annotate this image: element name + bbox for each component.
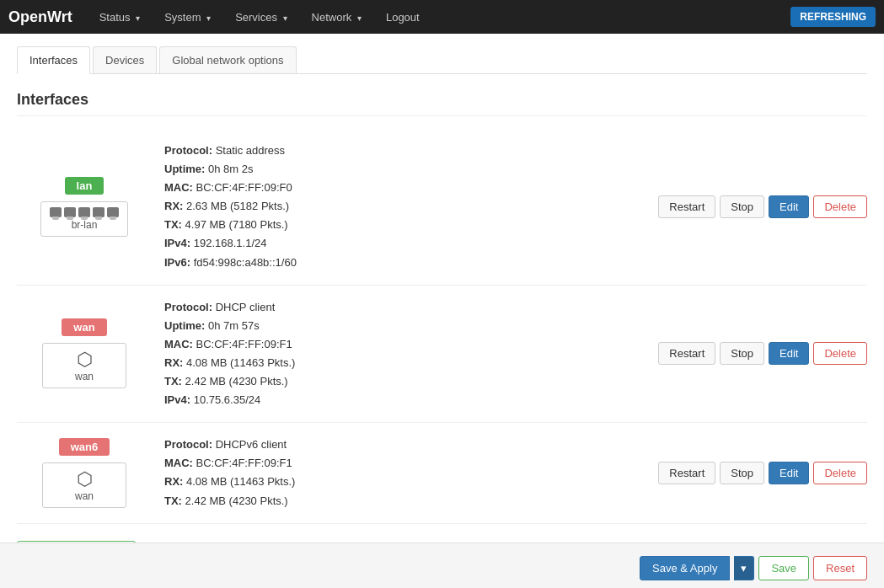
delete-button-wan6[interactable]: Delete	[813, 462, 867, 484]
footer-actions: Save & Apply ▾ Save Reset	[0, 543, 884, 588]
port-icons-lan	[50, 207, 119, 217]
interface-sublabel-wan: wan	[75, 371, 94, 382]
tx-wan: TX: 2.42 MB (4230 Pkts.)	[164, 372, 646, 391]
restart-button-wan[interactable]: Restart	[658, 342, 715, 365]
port-icon-4	[93, 207, 104, 217]
tab-interfaces[interactable]: Interfaces	[17, 46, 90, 74]
wan-network-icon: ⬡	[77, 349, 93, 371]
wan6-network-icon: ⬡	[77, 468, 93, 490]
caret-icon: ▾	[283, 13, 287, 23]
tx-wan6: TX: 2.42 MB (4230 Pkts.)	[164, 492, 646, 510]
interface-info-lan: Protocol: Static address Uptime: 0h 8m 2…	[164, 142, 646, 272]
nav-item-status: Status ▾	[89, 3, 150, 32]
nav-link-status[interactable]: Status ▾	[89, 3, 150, 32]
tab-devices[interactable]: Devices	[93, 46, 157, 73]
interface-card-wan: wan ⬡ wan	[17, 318, 152, 388]
nav-menu: Status ▾ System ▾ Services ▾ Network ▾ L	[89, 3, 791, 32]
interface-row-wan6: wan6 ⬡ wan Protocol: DHCPv6 client MAC: …	[17, 423, 867, 523]
nav-link-services[interactable]: Services ▾	[225, 3, 297, 32]
port-icon-1	[50, 207, 62, 217]
rx-wan: RX: 4.08 MB (11463 Pkts.)	[164, 354, 646, 372]
interface-sublabel-wan6: wan	[75, 490, 94, 502]
nav-link-system[interactable]: System ▾	[154, 3, 221, 32]
port-icon-3	[78, 207, 90, 217]
nav-link-network[interactable]: Network ▾	[302, 3, 372, 32]
port-icon-2	[64, 207, 76, 217]
delete-button-lan[interactable]: Delete	[813, 195, 867, 218]
protocol-wan: Protocol: DHCP client	[164, 298, 646, 317]
interface-badge-lan: lan	[65, 177, 104, 195]
interface-info-wan6: Protocol: DHCPv6 client MAC: BC:CF:4F:FF…	[164, 436, 646, 510]
save-button[interactable]: Save	[758, 556, 809, 580]
mac-wan: MAC: BC:CF:4F:FF:09:F1	[164, 335, 646, 354]
uptime-lan: Uptime: 0h 8m 2s	[164, 160, 646, 179]
interface-badge-wan6: wan6	[59, 438, 110, 456]
protocol-lan: Protocol: Static address	[164, 142, 646, 160]
ipv4-wan: IPv4: 10.75.6.35/24	[164, 391, 646, 409]
interface-icon-box-wan: ⬡ wan	[42, 343, 126, 388]
nav-item-services: Services ▾	[225, 3, 297, 32]
delete-button-wan[interactable]: Delete	[813, 342, 867, 365]
nav-item-network: Network ▾	[302, 3, 372, 32]
restart-button-wan6[interactable]: Restart	[658, 462, 715, 484]
interface-icon-box-wan6: ⬡ wan	[42, 462, 126, 508]
rx-wan6: RX: 4.08 MB (11463 Pkts.)	[164, 473, 646, 491]
nav-item-logout: Logout	[376, 3, 430, 32]
interface-card-lan: lan br-lan	[17, 177, 152, 237]
caret-icon: ▾	[206, 13, 211, 23]
stop-button-wan[interactable]: Stop	[720, 342, 764, 365]
save-apply-button[interactable]: Save & Apply	[640, 556, 730, 580]
caret-icon: ▾	[357, 13, 362, 23]
interface-actions-lan: Restart Stop Edit Delete	[658, 195, 867, 218]
edit-button-wan[interactable]: Edit	[769, 342, 809, 365]
nav-item-system: System ▾	[154, 3, 221, 32]
interface-info-wan: Protocol: DHCP client Uptime: 0h 7m 57s …	[164, 298, 646, 410]
page-title: Interfaces	[17, 91, 867, 116]
interfaces-list: lan br-lan Protocol: Static address	[17, 129, 867, 524]
interface-actions-wan: Restart Stop Edit Delete	[658, 342, 867, 365]
protocol-wan6: Protocol: DHCPv6 client	[164, 436, 646, 454]
stop-button-lan[interactable]: Stop	[720, 195, 764, 218]
interface-row-wan: wan ⬡ wan Protocol: DHCP client Uptime: …	[17, 286, 867, 424]
nav-link-logout[interactable]: Logout	[376, 3, 430, 32]
tab-global-network-options[interactable]: Global network options	[159, 46, 296, 73]
edit-button-wan6[interactable]: Edit	[769, 462, 809, 484]
mac-lan: MAC: BC:CF:4F:FF:09:F0	[164, 179, 646, 197]
ipv4-lan: IPv4: 192.168.1.1/24	[164, 234, 646, 253]
interface-row-lan: lan br-lan Protocol: Static address	[17, 129, 867, 286]
reset-button[interactable]: Reset	[813, 556, 867, 580]
interface-actions-wan6: Restart Stop Edit Delete	[658, 462, 867, 484]
ipv6-lan: IPv6: fd54:998c:a48b::1/60	[164, 254, 646, 272]
save-apply-dropdown-toggle[interactable]: ▾	[734, 556, 754, 580]
content-wrapper: Interfaces Devices Global network option…	[0, 34, 884, 588]
uptime-wan: Uptime: 0h 7m 57s	[164, 317, 646, 335]
tx-lan: TX: 4.97 MB (7180 Pkts.)	[164, 216, 646, 234]
restart-button-lan[interactable]: Restart	[658, 195, 715, 218]
interface-badge-wan: wan	[62, 318, 106, 336]
navbar: OpenWrt Status ▾ System ▾ Services ▾ Net…	[0, 0, 884, 34]
refreshing-badge: REFRESHING	[790, 7, 876, 27]
main-content: Interfaces Devices Global network option…	[0, 34, 884, 588]
stop-button-wan6[interactable]: Stop	[720, 462, 764, 484]
interface-card-wan6: wan6 ⬡ wan	[17, 438, 152, 508]
rx-lan: RX: 2.63 MB (5182 Pkts.)	[164, 197, 646, 216]
edit-button-lan[interactable]: Edit	[769, 195, 809, 218]
interface-sublabel-lan: br-lan	[72, 219, 98, 231]
mac-wan6: MAC: BC:CF:4F:FF:09:F1	[164, 454, 646, 473]
interface-icon-box-lan: br-lan	[40, 201, 128, 237]
port-icon-5	[107, 207, 119, 217]
brand-logo[interactable]: OpenWrt	[8, 8, 72, 26]
caret-icon: ▾	[136, 13, 140, 23]
tabs: Interfaces Devices Global network option…	[17, 46, 867, 74]
